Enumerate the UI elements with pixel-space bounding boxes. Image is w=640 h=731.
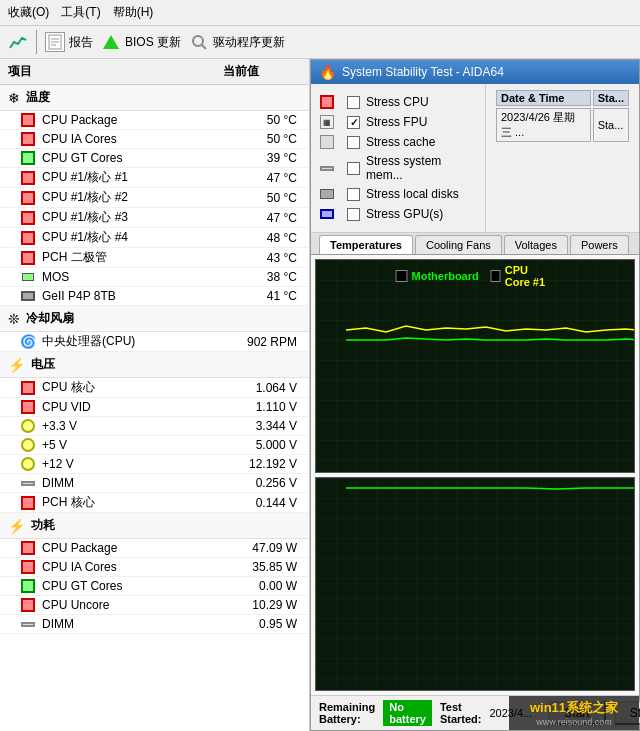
cpu-ia-value: 50 °C [211,132,301,146]
cpu-core-legend: CPU Core #1 [491,264,555,288]
battery-label: Remaining Battery: [319,701,375,725]
table-row[interactable]: +12 V 12.192 V [0,455,309,474]
cpu-package-value: 50 °C [211,113,301,127]
table-row[interactable]: 🌀 中央处理器(CPU) 902 RPM [0,332,309,352]
pch-core-value: 0.144 V [211,496,301,510]
report-button[interactable]: 报告 [45,32,93,52]
table-row[interactable]: CPU #1/核心 #1 47 °C [0,168,309,188]
tab-powers[interactable]: Powers [570,235,629,254]
table-row[interactable]: PCH 二极管 43 °C [0,248,309,268]
date-panel: Date & Time Sta... 2023/4/26 星期三 ... Sta… [486,84,639,232]
stress-disk-checkbox[interactable] [347,188,360,201]
table-row[interactable]: CPU IA Cores 50 °C [0,130,309,149]
table-row[interactable]: CPU #1/核心 #3 47 °C [0,208,309,228]
stress-panel: Stress CPU ▦ Stress FPU Stres [311,84,486,232]
v12-label: +12 V [42,457,211,471]
v33-icon [20,418,36,434]
cpu-pkg-p-label: CPU Package [42,541,211,555]
cpu-ia-p-label: CPU IA Cores [42,560,211,574]
table-row[interactable]: +3.3 V 3.344 V [0,417,309,436]
driver-label: 驱动程序更新 [213,34,285,51]
table-row[interactable]: CPU VID 1.110 V [0,398,309,417]
stress-mem-checkbox[interactable] [347,162,360,175]
toolbar: 报告 BIOS 更新 驱动程序更新 [0,26,640,59]
report-label: 报告 [69,34,93,51]
dimm-v-label: DIMM [42,476,211,490]
cpu-vid-value: 1.110 V [211,400,301,414]
menu-bar: 收藏(O) 工具(T) 帮助(H) [0,0,640,26]
status-cell: Sta... [593,108,629,142]
v33-value: 3.344 V [211,419,301,433]
date-cell: 2023/4/26 星期三 ... [496,108,591,142]
driver-update-button[interactable]: 驱动程序更新 [189,32,285,52]
tab-voltages[interactable]: Voltages [504,235,568,254]
table-row[interactable]: GeII P4P 8TB 41 °C [0,287,309,306]
power-title: 功耗 [31,517,55,534]
cpu-package-label: CPU Package [42,113,211,127]
menu-favorites[interactable]: 收藏(O) [8,4,49,21]
mos-value: 38 °C [211,270,301,284]
line-chart-icon[interactable] [8,32,28,52]
table-row[interactable]: CPU 核心 1.064 V [0,378,309,398]
cpu-core-v-value: 1.064 V [211,381,301,395]
status-col-header: Sta... [593,90,629,106]
stress-fpu-checkbox[interactable] [347,116,360,129]
stress-gpu-item: Stress GPU(s) [319,204,477,224]
voltage-title: 电压 [31,356,55,373]
table-row[interactable]: DIMM 0.95 W [0,615,309,634]
chart-legend: Motherboard CPU Core #1 [396,264,555,288]
date-row: 2023/4/26 星期三 ... Sta... [496,108,629,142]
menu-help[interactable]: 帮助(H) [113,4,154,21]
cpu-core-v-icon [20,380,36,396]
table-row[interactable]: DIMM 0.256 V [0,474,309,493]
cpu-core2-label: CPU #1/核心 #2 [42,189,211,206]
table-row[interactable]: CPU GT Cores 39 °C [0,149,309,168]
table-row[interactable]: PCH 核心 0.144 V [0,493,309,513]
stress-cache-checkbox[interactable] [347,136,360,149]
table-row[interactable]: CPU #1/核心 #2 50 °C [0,188,309,208]
mem-icon [320,166,334,171]
watermark: win11系统之家 www.reisound.com [509,696,639,730]
table-row[interactable]: CPU Uncore 10.29 W [0,596,309,615]
motherboard-legend: Motherboard [396,264,479,288]
table-row[interactable]: CPU #1/核心 #4 48 °C [0,228,309,248]
menu-tools[interactable]: 工具(T) [61,4,100,21]
stress-gpu-checkbox[interactable] [347,208,360,221]
table-row[interactable]: CPU Package 50 °C [0,111,309,130]
motherboard-legend-checkbox[interactable] [396,270,408,282]
pch-value: 43 °C [211,251,301,265]
disk-icon [20,288,36,304]
cpu-uncore-icon [20,597,36,613]
table-row[interactable]: CPU Package 47.09 W [0,539,309,558]
stress-mem-item: Stress system mem... [319,152,477,184]
table-row[interactable]: CPU GT Cores 0.00 W [0,577,309,596]
cpu-uncore-value: 10.29 W [211,598,301,612]
cpu-ia-p-icon [20,559,36,575]
stress-cpu-item: Stress CPU [319,92,477,112]
stress-fpu-item: ▦ Stress FPU [319,112,477,132]
dimm-v-icon [20,475,36,491]
stress-disk-type-icon [319,186,335,202]
col-name-header: 项目 [0,61,219,82]
bios-update-button[interactable]: BIOS 更新 [101,32,181,52]
report-icon [45,32,65,52]
tab-temperatures[interactable]: Temperatures [319,235,413,254]
mos-label: MOS [42,270,211,284]
cpu-core1-label: CPU #1/核心 #1 [42,169,211,186]
stress-gpu-label: Stress GPU(s) [366,207,443,221]
tab-cooling-fans[interactable]: Cooling Fans [415,235,502,254]
pch-label: PCH 二极管 [42,249,211,266]
stress-cpu-checkbox[interactable] [347,96,360,109]
watermark-sub: www.reisound.com [515,717,633,727]
table-row[interactable]: +5 V 5.000 V [0,436,309,455]
v5-label: +5 V [42,438,211,452]
cpu-core-v-label: CPU 核心 [42,379,211,396]
svg-marker-4 [103,35,119,49]
table-row[interactable]: CPU IA Cores 35.85 W [0,558,309,577]
cpu-core-legend-checkbox[interactable] [491,270,501,282]
cpu-gt-p-label: CPU GT Cores [42,579,211,593]
table-row[interactable]: MOS 38 °C [0,268,309,287]
date-table: Date & Time Sta... 2023/4/26 星期三 ... Sta… [494,88,631,144]
cpu-core2-icon [20,190,36,206]
left-panel-header: 项目 当前值 [0,59,309,85]
